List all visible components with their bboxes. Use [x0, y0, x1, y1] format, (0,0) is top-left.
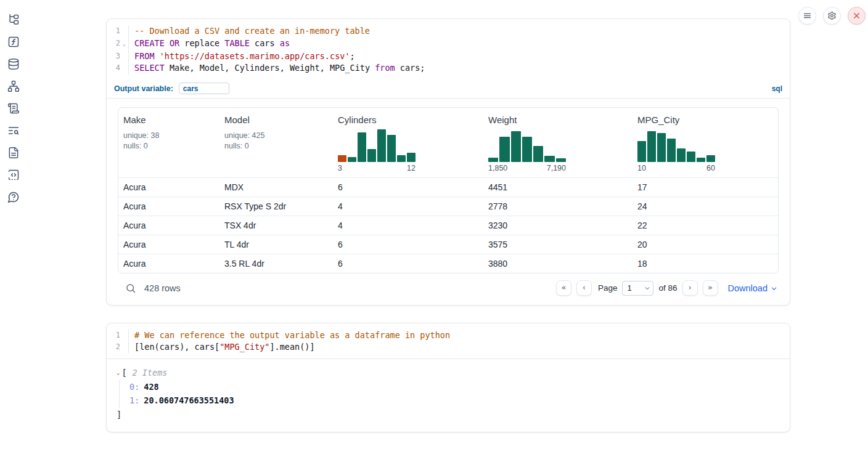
sql-code-editor[interactable]: 1-- Download a CSV and create an in-memo… — [107, 19, 790, 79]
column-label: Cylinders — [338, 115, 478, 125]
menu-button[interactable] — [798, 7, 816, 25]
histogram-bar — [533, 146, 543, 162]
window-controls — [798, 7, 866, 25]
python-cell-output: ⌄ [ 2 Items 0:4281:20.060747663551403 ] — [107, 358, 790, 432]
tree-entry: 0:428 — [129, 380, 780, 394]
mpg-city-histogram: 10 60 — [637, 129, 715, 172]
tree-entry: 1:20.060747663551403 — [129, 394, 780, 408]
tree-entries: 0:4281:20.060747663551403 — [119, 380, 780, 408]
table-cell: Acura — [118, 197, 219, 216]
histogram-bar — [387, 135, 396, 161]
code-text: [len(cars), cars["MPG_City"].mean()] — [128, 341, 790, 354]
table-cell: 6 — [333, 254, 483, 273]
helper-panel-sidebar — [0, 0, 27, 204]
tree-items-count: 2 Items — [133, 366, 168, 379]
histogram-bar — [488, 158, 498, 161]
histogram-bar — [667, 139, 676, 162]
datasources-icon[interactable] — [7, 57, 20, 71]
table-cell: RSX Type S 2dr — [219, 197, 333, 216]
column-header-cylinders: Cylinders 3 12 — [333, 108, 483, 177]
weight-histogram: 1,850 7,190 — [488, 129, 566, 172]
fold-gutter — [120, 51, 128, 63]
close-icon — [852, 11, 861, 20]
table-cell: 24 — [633, 197, 778, 216]
next-page-button[interactable]: › — [682, 280, 698, 296]
code-text: -- Download a CSV and create an in-memor… — [128, 25, 790, 38]
histogram-bar — [637, 141, 646, 161]
fold-gutter — [120, 25, 128, 38]
histogram-bar — [647, 131, 656, 162]
histogram-bar — [522, 137, 532, 162]
histogram-bar — [511, 131, 521, 162]
output-variable-row: Output variable: sql — [107, 79, 790, 99]
histogram-bar — [697, 158, 705, 161]
histogram-bar — [348, 157, 356, 161]
python-code-editor[interactable]: 1# We can reference the output variable … — [107, 323, 790, 358]
code-text: # We can reference the output variable a… — [128, 330, 790, 342]
logs-icon[interactable] — [7, 102, 20, 115]
last-page-button[interactable]: » — [703, 280, 718, 296]
line-number: 2 — [107, 38, 120, 51]
histogram-bar — [657, 133, 666, 162]
language-badge: sql — [772, 84, 782, 93]
shutdown-button[interactable] — [848, 7, 866, 25]
line-number: 1 — [107, 25, 120, 38]
histogram-bar — [367, 149, 376, 162]
histogram-min-label: 10 — [637, 164, 646, 172]
page-total-label: of 86 — [658, 283, 677, 293]
code-line: 1-- Download a CSV and create an in-memo… — [107, 25, 790, 38]
histogram-min-label: 3 — [338, 164, 342, 172]
histogram-bar — [499, 137, 509, 162]
table-header-row: Make unique: 38 nulls: 0 Model unique: 4… — [118, 108, 778, 177]
fold-chevron-icon[interactable]: ⌄ — [120, 38, 128, 51]
notebook-cells: 1-- Download a CSV and create an in-memo… — [106, 18, 790, 432]
table-row: AcuraTL 4dr6357520 — [118, 235, 778, 254]
code-line: 2[len(cars), cars["MPG_City"].mean()] — [107, 341, 790, 354]
page-select[interactable]: 1 — [622, 281, 653, 296]
first-page-button[interactable]: « — [556, 280, 571, 296]
prev-page-button[interactable]: ‹ — [576, 280, 592, 296]
output-variable-input[interactable] — [179, 83, 229, 94]
table-cell: Acura — [118, 178, 219, 196]
column-header-make: Make unique: 38 nulls: 0 — [118, 108, 219, 177]
code-text: FROM 'https://datasets.marimo.app/cars.c… — [128, 51, 790, 63]
histogram-min-label: 1,850 — [488, 164, 507, 172]
column-label: MPG_City — [637, 115, 773, 125]
cylinders-histogram: 3 12 — [338, 129, 416, 172]
fold-gutter — [120, 341, 128, 354]
line-number: 4 — [107, 62, 120, 75]
download-button[interactable]: Download — [728, 283, 778, 293]
row-count: 428 rows — [144, 283, 181, 293]
tree-entry-key: 0: — [129, 382, 139, 392]
outline-search-icon[interactable] — [7, 124, 20, 137]
table-footer: 428 rows « ‹ Page 1 of 86 › » — [118, 278, 779, 299]
histogram-max-label: 60 — [706, 164, 715, 172]
file-explorer-icon[interactable] — [7, 13, 20, 26]
settings-button[interactable] — [823, 7, 841, 25]
tree-open-bracket: [ — [121, 366, 126, 379]
table-cell: 4 — [333, 216, 483, 235]
table-cell: MDX — [219, 178, 333, 196]
search-button[interactable] — [125, 283, 136, 294]
pagination: « ‹ Page 1 of 86 › » — [556, 280, 718, 296]
table-row: AcuraTSX 4dr4323022 — [118, 216, 778, 235]
table-cell: 3230 — [483, 216, 633, 235]
histogram-bar — [338, 155, 346, 162]
snippets-icon[interactable] — [7, 168, 20, 182]
line-number: 2 — [107, 341, 120, 354]
code-text: CREATE OR replace TABLE cars as — [128, 38, 790, 51]
column-header-mpg-city: MPG_City 10 60 — [633, 108, 778, 177]
histogram-bar — [687, 152, 695, 161]
table-cell: TSX 4dr — [219, 216, 333, 235]
histogram-bar — [677, 148, 686, 162]
documentation-icon[interactable] — [7, 146, 20, 160]
tree-collapse-chevron-icon[interactable]: ⌄ — [117, 366, 120, 379]
table-cell: TL 4dr — [219, 235, 333, 254]
variables-icon[interactable] — [7, 35, 20, 49]
help-icon[interactable] — [7, 190, 20, 204]
chevron-down-icon — [644, 285, 650, 291]
dependency-graph-icon[interactable] — [7, 79, 20, 93]
histogram-bar — [556, 158, 566, 162]
column-header-model: Model unique: 425 nulls: 0 — [219, 108, 333, 177]
sql-cell-output: Make unique: 38 nulls: 0 Model unique: 4… — [107, 99, 790, 305]
